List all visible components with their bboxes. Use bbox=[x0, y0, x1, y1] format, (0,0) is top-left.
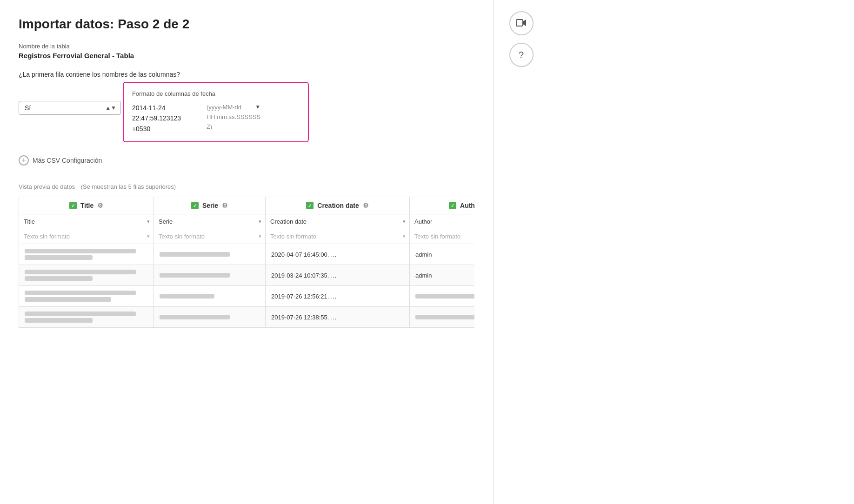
table-row: 2019-03-24 10:07:35. … admin bbox=[19, 265, 475, 286]
blur-line bbox=[25, 270, 136, 274]
blur-author-4 bbox=[415, 315, 474, 319]
td-title-format[interactable]: Texto sin formato ▾ bbox=[19, 229, 154, 244]
serie-dropdown-wrapper[interactable]: Serie ▾ bbox=[154, 214, 265, 229]
th-title-checkbox[interactable]: ✓ bbox=[69, 202, 77, 209]
creation-dropdown-chevron: ▾ bbox=[399, 219, 409, 225]
first-row-question: ¿La primera fila contiene los nombres de… bbox=[19, 71, 474, 78]
title-format-wrapper[interactable]: Texto sin formato ▾ bbox=[19, 229, 153, 244]
main-content: Importar datos: Paso 2 de 2 Nombre de la… bbox=[0, 0, 493, 504]
title-dropdown-select[interactable]: Title bbox=[19, 214, 143, 229]
blur-title-3 bbox=[25, 291, 148, 302]
th-author-label: Author bbox=[460, 202, 474, 209]
creation-format-chevron: ▾ bbox=[399, 233, 409, 239]
th-serie-checkbox[interactable]: ✓ bbox=[191, 202, 199, 209]
td-row1-title bbox=[19, 244, 154, 265]
date-format-hint3: Z) bbox=[207, 122, 260, 132]
td-row2-author: admin bbox=[410, 265, 475, 286]
table-name-value: Registros Ferrovial General - Tabla bbox=[19, 52, 474, 60]
table-dropdown-row: Title ▾ Serie ▾ bbox=[19, 214, 475, 229]
date-format-val1: 2014-11-24 bbox=[132, 103, 207, 113]
td-author-format[interactable]: Texto sin formato ▾ bbox=[410, 229, 475, 244]
td-row4-title bbox=[19, 307, 154, 328]
td-row2-serie bbox=[154, 265, 266, 286]
table-format-row: Texto sin formato ▾ Texto sin formato ▾ bbox=[19, 229, 475, 244]
blur-line bbox=[25, 318, 93, 323]
help-button[interactable]: ? bbox=[509, 43, 534, 67]
blur-line bbox=[160, 315, 230, 319]
td-creation-dropdown[interactable]: Creation date ▾ bbox=[266, 214, 410, 229]
svg-marker-1 bbox=[523, 20, 526, 26]
date-format-val3: +0530 bbox=[132, 124, 207, 134]
author-dropdown-wrapper[interactable]: Author ▾ bbox=[410, 214, 474, 229]
table-row: 2020-04-07 16:45:00. … admin bbox=[19, 244, 475, 265]
video-icon bbox=[516, 18, 527, 29]
th-creation-checkbox[interactable]: ✓ bbox=[306, 202, 314, 209]
svg-rect-0 bbox=[516, 20, 523, 26]
th-serie-gear[interactable]: ⚙ bbox=[222, 202, 228, 209]
title-format-select[interactable]: Texto sin formato bbox=[19, 229, 143, 244]
video-button[interactable] bbox=[509, 11, 534, 35]
serie-format-select[interactable]: Texto sin formato bbox=[154, 229, 255, 244]
creation-dropdown-wrapper[interactable]: Creation date ▾ bbox=[266, 214, 409, 229]
preview-label: Vista previa de datos bbox=[19, 183, 75, 190]
title-format-chevron: ▾ bbox=[143, 233, 153, 239]
th-title: ✓ Title ⚙ bbox=[19, 197, 154, 214]
th-title-gear[interactable]: ⚙ bbox=[97, 202, 103, 209]
first-row-select-wrapper[interactable]: Sí No ▲▼ bbox=[19, 101, 121, 115]
page-title: Importar datos: Paso 2 de 2 bbox=[19, 17, 474, 32]
vertical-divider bbox=[493, 0, 494, 504]
blur-serie-1 bbox=[160, 252, 260, 257]
help-icon: ? bbox=[519, 50, 524, 60]
preview-subtitle: (Se muestran las 5 filas superiores) bbox=[81, 183, 176, 190]
td-serie-dropdown[interactable]: Serie ▾ bbox=[154, 214, 266, 229]
title-dropdown-chevron: ▾ bbox=[143, 219, 153, 225]
date-format-dropdown-arrow[interactable]: ▼ bbox=[255, 104, 260, 110]
author-format-select[interactable]: Texto sin formato bbox=[410, 229, 474, 244]
td-row3-serie bbox=[154, 286, 266, 307]
td-row1-serie bbox=[154, 244, 266, 265]
date-format-label: Formato de columnas de fecha bbox=[132, 90, 300, 97]
blur-title-1 bbox=[25, 249, 148, 260]
serie-format-wrapper[interactable]: Texto sin formato ▾ bbox=[154, 229, 265, 244]
blur-line bbox=[160, 273, 230, 278]
blur-serie-2 bbox=[160, 273, 260, 278]
blur-line bbox=[25, 255, 93, 260]
author-dropdown-select[interactable]: Author bbox=[410, 214, 474, 229]
blur-line bbox=[25, 297, 111, 302]
td-row2-title bbox=[19, 265, 154, 286]
right-sidebar: ? bbox=[493, 0, 549, 504]
th-author-checkbox[interactable]: ✓ bbox=[449, 202, 456, 209]
blur-line bbox=[25, 249, 136, 253]
date-format-selects[interactable]: (yyyy-MM-dd HH:mm:ss.SSSSSS Z) ▼ bbox=[207, 103, 260, 132]
td-row1-creation: 2020-04-07 16:45:00. … bbox=[266, 244, 410, 265]
date-format-box: Formato de columnas de fecha 2014-11-24 … bbox=[123, 82, 309, 142]
creation-dropdown-select[interactable]: Creation date bbox=[266, 214, 399, 229]
table-header-row: ✓ Title ⚙ ✓ Serie ⚙ bbox=[19, 197, 475, 214]
date-format-values: 2014-11-24 22:47:59.123123 +0530 bbox=[132, 103, 207, 134]
th-author: ✓ Author ⚙ bbox=[410, 197, 475, 214]
creation-format-select[interactable]: Texto sin formato bbox=[266, 229, 399, 244]
serie-dropdown-chevron: ▾ bbox=[255, 219, 265, 225]
serie-dropdown-select[interactable]: Serie bbox=[154, 214, 255, 229]
td-author-dropdown[interactable]: Author ▾ bbox=[410, 214, 475, 229]
serie-format-chevron: ▾ bbox=[255, 233, 265, 239]
title-dropdown-wrapper[interactable]: Title ▾ bbox=[19, 214, 153, 229]
th-title-inner: ✓ Title ⚙ bbox=[19, 197, 153, 214]
author-format-wrapper[interactable]: Texto sin formato ▾ bbox=[410, 229, 474, 244]
td-serie-format[interactable]: Texto sin formato ▾ bbox=[154, 229, 266, 244]
td-row3-title bbox=[19, 286, 154, 307]
td-row4-author bbox=[410, 307, 475, 328]
th-creation-gear[interactable]: ⚙ bbox=[363, 202, 369, 209]
date-format-val2: 22:47:59.123123 bbox=[132, 113, 207, 123]
blur-title-2 bbox=[25, 270, 148, 281]
blur-line bbox=[25, 312, 136, 316]
blur-line bbox=[160, 252, 230, 257]
th-creation: ✓ Creation date ⚙ bbox=[266, 197, 410, 214]
td-title-dropdown[interactable]: Title ▾ bbox=[19, 214, 154, 229]
more-csv-button[interactable]: + Más CSV Configuración bbox=[19, 155, 102, 166]
creation-format-wrapper[interactable]: Texto sin formato ▾ bbox=[266, 229, 409, 244]
blur-author-3 bbox=[415, 294, 474, 298]
first-row-select[interactable]: Sí No bbox=[19, 101, 121, 115]
td-creation-format[interactable]: Texto sin formato ▾ bbox=[266, 229, 410, 244]
td-row2-creation: 2019-03-24 10:07:35. … bbox=[266, 265, 410, 286]
